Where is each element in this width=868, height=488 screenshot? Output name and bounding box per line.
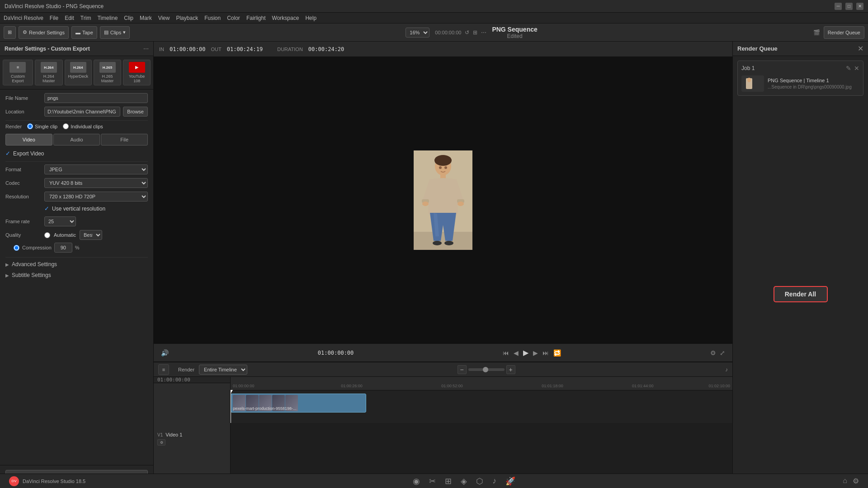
ruler-mark-2: 01:00:52:00 — [441, 384, 463, 388]
tape-label: Tape — [82, 30, 93, 35]
settings-gear-icon[interactable]: ⚙ — [853, 477, 859, 485]
render-queue-close-button[interactable]: ✕ — [858, 44, 863, 53]
menu-playback[interactable]: Playback — [176, 15, 198, 21]
zoom-in-button[interactable]: + — [506, 365, 515, 374]
menu-davinci[interactable]: DaVinci Resolve — [4, 15, 43, 21]
menu-view[interactable]: View — [158, 15, 170, 21]
timeline-area: ≡ Render Entire Timeline − + ♪ — [154, 361, 732, 488]
preset-h264[interactable]: H.264 H.264 Master — [35, 60, 63, 85]
tab-file[interactable]: File — [101, 134, 148, 145]
quality-auto-option[interactable]: Automatic Best — [44, 230, 102, 240]
audio-icon[interactable]: ♪ — [725, 366, 728, 373]
clips-button[interactable]: ▤ Clips ▾ — [100, 26, 130, 39]
media-pool-button[interactable]: ⊞ — [4, 26, 16, 39]
home-icon[interactable]: ⌂ — [843, 477, 847, 485]
media-tool-icon[interactable]: ◉ — [413, 476, 420, 486]
menu-color[interactable]: Color — [227, 15, 240, 21]
svg-point-9 — [433, 241, 442, 245]
compression-input[interactable] — [54, 243, 72, 253]
quality-best-select[interactable]: Best — [80, 230, 102, 240]
close-button[interactable]: ✕ — [856, 3, 863, 10]
job-close-button[interactable]: ✕ — [854, 65, 859, 72]
loop-button[interactable]: 🔁 — [553, 349, 561, 357]
resolution-select[interactable]: 720 x 1280 HD 720P — [44, 192, 148, 202]
menu-mark[interactable]: Mark — [140, 15, 152, 21]
frame-rate-row: Frame rate 25 — [5, 216, 148, 226]
menu-clip[interactable]: Clip — [124, 15, 133, 21]
single-clip-option[interactable]: Single clip — [27, 123, 57, 129]
fusion-tool-icon[interactable]: ◈ — [461, 476, 467, 486]
render-all-button[interactable]: Render All — [774, 286, 828, 302]
go-to-start-button[interactable]: ⏮ — [503, 349, 509, 357]
location-label: Location — [5, 109, 42, 114]
subtitle-settings-toggle[interactable]: ▶ Subtitle Settings — [5, 271, 148, 279]
cut-tool-icon[interactable]: ✂ — [429, 476, 436, 486]
preset-h265[interactable]: H.265 H.265 Master — [94, 60, 122, 85]
preset-youtube[interactable]: ▶ YouTube 108 — [123, 60, 151, 85]
frame-rate-select[interactable]: 25 — [44, 216, 76, 226]
zoom-out-button[interactable]: − — [458, 365, 467, 374]
step-forward-button[interactable]: ▶ — [533, 349, 538, 357]
fairlight-tool-icon[interactable]: ♪ — [492, 476, 496, 486]
workspace-toolbar-left: DV DaVinci Resolve Studio 18.5 — [9, 476, 85, 486]
render-settings-button[interactable]: ⚙ Render Settings — [19, 26, 69, 39]
preset-custom[interactable]: ≡ Custom Export — [3, 60, 33, 85]
tab-audio[interactable]: Audio — [53, 134, 100, 145]
job-edit-button[interactable]: ✎ — [846, 65, 851, 72]
more-options-icon[interactable]: ⋯ — [481, 29, 486, 36]
video-clip[interactable]: pexels-mart-production-9558198-... — [231, 394, 366, 413]
window-controls[interactable]: ─ □ ✕ — [835, 3, 863, 10]
maximize-button[interactable]: □ — [845, 3, 853, 10]
minimize-button[interactable]: ─ — [835, 3, 842, 10]
individual-clips-radio[interactable] — [63, 123, 69, 129]
menu-fusion[interactable]: Fusion — [204, 15, 221, 21]
individual-clips-option[interactable]: Individual clips — [63, 123, 103, 129]
location-input[interactable] — [44, 107, 120, 117]
edit-tool-icon[interactable]: ⊞ — [445, 476, 452, 486]
layout-icon[interactable]: ⊞ — [473, 29, 477, 36]
use-vertical-label[interactable]: Use vertical resolution — [52, 206, 105, 212]
panel-options-icon[interactable]: ⋯ — [143, 46, 149, 52]
preset-hyperdeck[interactable]: H.264 HyperDeck — [65, 60, 92, 85]
menu-help[interactable]: Help — [305, 15, 316, 21]
color-tool-icon[interactable]: ⬡ — [476, 476, 483, 486]
step-back-button[interactable]: ◀ — [514, 349, 519, 357]
menu-trim[interactable]: Trim — [80, 15, 91, 21]
volume-icon[interactable]: 🔊 — [161, 349, 169, 357]
single-clip-radio[interactable] — [27, 123, 33, 129]
codec-select[interactable]: YUV 420 8 bits — [44, 178, 148, 188]
menu-edit[interactable]: Edit — [65, 15, 74, 21]
filename-input[interactable] — [44, 93, 148, 103]
fullscreen-button[interactable]: ⤢ — [720, 349, 725, 357]
menu-file[interactable]: File — [50, 15, 58, 21]
advanced-settings-toggle[interactable]: ▶ Advanced Settings — [5, 260, 148, 268]
play-pause-button[interactable]: ▶ — [523, 348, 528, 357]
export-video-label[interactable]: Export Video — [13, 150, 44, 157]
tape-icon: ▬ — [75, 30, 80, 35]
tab-video[interactable]: Video — [5, 134, 52, 145]
format-select[interactable]: JPEG — [44, 164, 148, 174]
render-queue-button[interactable]: Render Queue — [824, 26, 864, 39]
render-queue-header: Render Queue ✕ — [733, 42, 868, 56]
menu-workspace[interactable]: Workspace — [272, 15, 299, 21]
browse-button[interactable]: Browse — [123, 107, 148, 117]
zoom-select[interactable]: 16% — [406, 28, 429, 38]
timeline-ruler[interactable]: 01:00:00:00 01:00:26:00 01:00:52:00 01:0… — [231, 377, 732, 390]
timeline-tool-button[interactable]: ≡ — [158, 364, 169, 375]
quality-auto-radio[interactable] — [44, 232, 50, 238]
zoom-slider[interactable] — [468, 368, 505, 371]
render-range-select[interactable]: Entire Timeline — [199, 365, 247, 375]
menu-timeline[interactable]: Timeline — [97, 15, 118, 21]
settings-button[interactable]: ⚙ — [710, 349, 716, 357]
preview-area — [154, 57, 732, 343]
go-to-end-button[interactable]: ⏭ — [542, 349, 549, 357]
v1-content[interactable]: pexels-mart-production-9558198-... — [231, 390, 732, 423]
quality-compression-radio[interactable] — [14, 245, 19, 251]
tape-button[interactable]: ▬ Tape — [71, 26, 97, 39]
a1-content[interactable] — [231, 423, 732, 455]
workspace-toolbar: DV DaVinci Resolve Studio 18.5 ◉ ✂ ⊞ ◈ ⬡… — [0, 474, 868, 488]
menu-fairlight[interactable]: Fairlight — [246, 15, 266, 21]
refresh-icon[interactable]: ↺ — [465, 29, 469, 36]
v1-settings-button[interactable]: ⚙ — [157, 439, 165, 446]
deliver-tool-icon[interactable]: 🚀 — [505, 476, 515, 486]
